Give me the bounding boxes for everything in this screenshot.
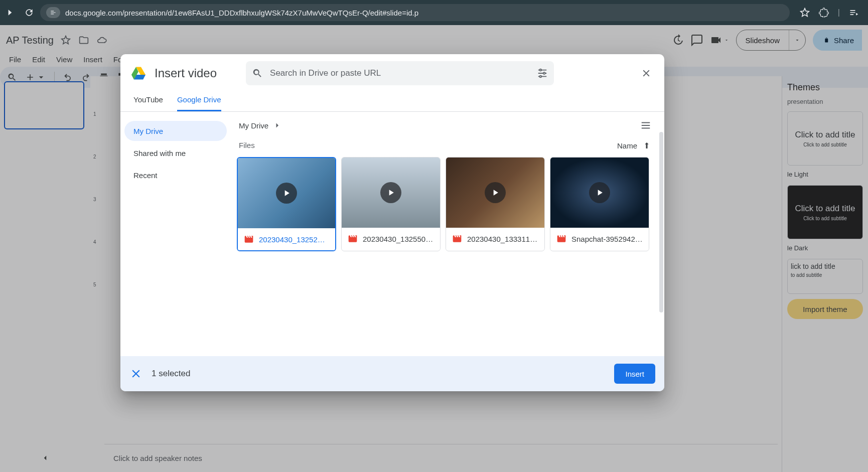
list-view-icon[interactable]: [640, 120, 651, 131]
file-item[interactable]: 20230430_132550…: [341, 157, 441, 251]
play-icon: [380, 182, 401, 203]
url-text: docs.google.com/presentation/d/1ew8FAsU1…: [65, 9, 418, 17]
chevron-right-icon: [272, 121, 281, 130]
deselect-button[interactable]: [129, 367, 142, 380]
bookmark-icon[interactable]: [800, 8, 810, 18]
insert-button[interactable]: Insert: [614, 364, 655, 384]
files-label: Files: [239, 141, 255, 150]
file-item[interactable]: 20230430_132521…: [237, 157, 336, 251]
file-label: 20230430_133311…: [446, 228, 544, 250]
play-icon: [276, 183, 297, 204]
forward-icon[interactable]: [5, 8, 15, 18]
file-thumbnail: [446, 158, 544, 228]
tab-google-drive[interactable]: Google Drive: [177, 95, 221, 111]
filter-icon[interactable]: [537, 68, 548, 79]
file-label: 20230430_132550…: [342, 228, 440, 250]
breadcrumb[interactable]: My Drive: [239, 121, 281, 130]
search-box[interactable]: [246, 61, 554, 85]
search-icon: [252, 68, 263, 79]
reload-icon[interactable]: [24, 8, 34, 18]
playlist-icon[interactable]: [849, 8, 859, 18]
video-file-icon: [348, 234, 358, 244]
file-item[interactable]: 20230430_133311…: [446, 157, 545, 251]
drive-logo-icon: [131, 67, 146, 80]
url-bar[interactable]: docs.google.com/presentation/d/1ew8FAsU1…: [40, 4, 790, 21]
selection-count: 1 selected: [152, 369, 191, 379]
modal-tabs: YouTube Google Drive: [120, 89, 664, 112]
file-item[interactable]: Snapchat-3952942…: [550, 157, 649, 251]
video-file-icon: [244, 234, 254, 244]
drive-sidebar: My Drive Shared with me Recent: [120, 112, 231, 356]
svg-point-0: [540, 69, 542, 71]
close-button[interactable]: [638, 65, 654, 81]
play-icon: [589, 182, 610, 203]
sort-toggle[interactable]: Name: [617, 141, 651, 150]
file-thumbnail: [342, 158, 440, 228]
svg-point-2: [540, 76, 542, 78]
file-thumbnail: [550, 158, 649, 228]
scrollbar[interactable]: [659, 132, 663, 312]
file-grid: 20230430_132521… 20230430_132550… 202304…: [237, 157, 653, 251]
file-name: 20230430_132550…: [363, 235, 433, 243]
sidebar-item-recent[interactable]: Recent: [124, 165, 227, 185]
sidebar-item-mydrive[interactable]: My Drive: [124, 121, 227, 141]
search-input[interactable]: [270, 68, 530, 78]
drive-content: My Drive Files Name 20230430_132521…: [231, 112, 664, 356]
file-name: 20230430_132521…: [259, 235, 329, 244]
browser-chrome: docs.google.com/presentation/d/1ew8FAsU1…: [0, 0, 868, 25]
file-thumbnail: [238, 158, 335, 228]
video-file-icon: [452, 234, 462, 244]
video-file-icon: [556, 234, 566, 244]
site-info-icon[interactable]: [46, 7, 60, 18]
file-label: 20230430_132521…: [238, 228, 335, 250]
modal-footer: 1 selected Insert: [120, 356, 664, 391]
close-icon: [641, 68, 652, 79]
tab-youtube[interactable]: YouTube: [133, 95, 163, 111]
sidebar-item-shared[interactable]: Shared with me: [124, 143, 227, 163]
extensions-icon[interactable]: [819, 8, 829, 18]
file-label: Snapchat-3952942…: [550, 228, 649, 250]
svg-point-1: [543, 72, 545, 74]
file-name: Snapchat-3952942…: [571, 235, 643, 243]
file-name: 20230430_133311…: [467, 235, 537, 243]
play-icon: [485, 182, 506, 203]
sort-arrow-icon: [642, 141, 651, 150]
insert-video-modal: Insert video YouTube Google Drive My Dri…: [120, 54, 664, 391]
modal-title: Insert video: [155, 66, 217, 80]
